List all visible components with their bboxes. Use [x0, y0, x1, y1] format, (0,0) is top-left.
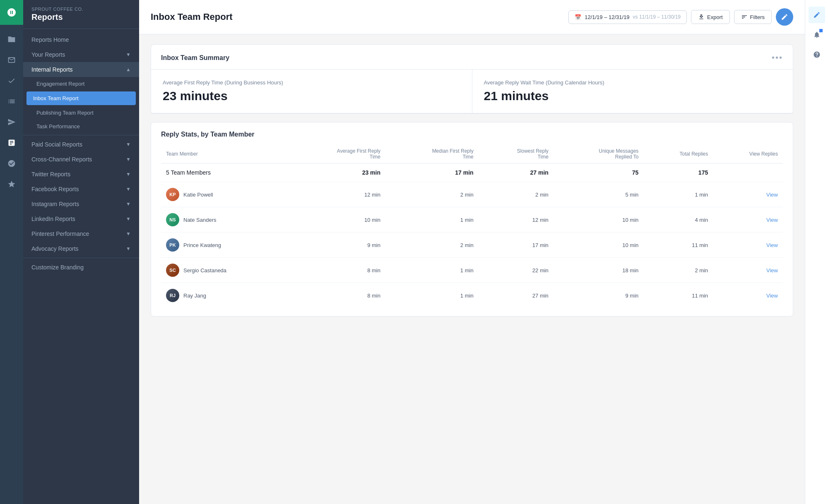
- nav-inbox-team-report[interactable]: Inbox Team Report: [26, 91, 136, 105]
- nav-icon-folder[interactable]: [0, 29, 23, 50]
- summary-view-replies: [713, 163, 783, 182]
- col-unique-messages: Unique MessagesReplied To: [554, 145, 643, 163]
- median-first-reply-cell: 2 min: [385, 182, 479, 207]
- nav-twitter-label: Twitter Reports: [31, 171, 70, 178]
- nav-icon-inbox[interactable]: [0, 50, 23, 70]
- nav-engagement-label: Engagement Report: [36, 81, 84, 87]
- view-replies-link[interactable]: View: [766, 242, 778, 248]
- sidebar-nav: Reports Home Your Reports ▼ Internal Rep…: [23, 29, 139, 504]
- nav-twitter[interactable]: Twitter Reports ▼: [23, 167, 139, 182]
- median-first-reply-cell: 2 min: [385, 233, 479, 258]
- nav-advocacy[interactable]: Advocacy Reports ▼: [23, 241, 139, 256]
- view-replies-link[interactable]: View: [766, 293, 778, 299]
- col-total-replies: Total Replies: [643, 145, 713, 163]
- sidebar-header: Sprout Coffee Co. Reports: [23, 0, 139, 29]
- total-replies-cell: 1 min: [643, 182, 713, 207]
- nav-your-reports-label: Your Reports: [31, 51, 65, 58]
- stat-first-reply: Average First Reply Time (During Busines…: [151, 70, 472, 113]
- reply-stats-table: Team Member Average First ReplyTime Medi…: [161, 145, 783, 308]
- nav-facebook-label: Facebook Reports: [31, 186, 79, 192]
- nav-engagement-report[interactable]: Engagement Report: [23, 77, 139, 91]
- export-icon: [698, 14, 705, 20]
- app-logo[interactable]: [0, 0, 23, 25]
- nav-icon-list[interactable]: [0, 91, 23, 112]
- stat-first-reply-value: 23 minutes: [163, 89, 460, 103]
- slowest-reply-cell: 2 min: [479, 182, 554, 207]
- chevron-down-icon-fb: ▼: [126, 186, 131, 192]
- member-name: Prince Kwateng: [183, 242, 221, 248]
- nav-linkedin[interactable]: LinkedIn Reports ▼: [23, 211, 139, 226]
- nav-task-performance[interactable]: Task Performance: [23, 120, 139, 133]
- view-link-cell[interactable]: View: [713, 258, 783, 283]
- view-replies-link[interactable]: View: [766, 217, 778, 223]
- export-button[interactable]: Export: [691, 10, 730, 24]
- view-link-cell[interactable]: View: [713, 182, 783, 207]
- nav-icon-reports[interactable]: [0, 132, 23, 153]
- nav-instagram-label: Instagram Reports: [31, 201, 79, 207]
- total-replies-cell: 11 min: [643, 233, 713, 258]
- member-cell: KP Katie Powell: [161, 182, 289, 207]
- nav-pinterest[interactable]: Pinterest Performance ▼: [23, 226, 139, 241]
- nav-icon-people[interactable]: [0, 153, 23, 174]
- median-first-reply-cell: 1 min: [385, 207, 479, 233]
- date-range-button[interactable]: 📅 12/1/19 – 12/31/19 vs 11/1/19 – 11/30/…: [568, 10, 687, 24]
- summary-median-first-reply: 17 min: [385, 163, 479, 182]
- view-link-cell[interactable]: View: [713, 283, 783, 308]
- total-replies-cell: 11 min: [643, 283, 713, 308]
- chevron-down-icon-pin: ▼: [126, 231, 131, 237]
- nav-cross-channel[interactable]: Cross-Channel Reports ▼: [23, 152, 139, 167]
- table-section: Reply Stats, by Team Member Team Member …: [151, 122, 793, 316]
- nav-paid-social[interactable]: Paid Social Reports ▼: [23, 137, 139, 152]
- nav-internal-reports[interactable]: Internal Reports ▲: [23, 62, 139, 77]
- stat-wait-time-label: Average Reply Wait Time (During Calendar…: [484, 79, 782, 86]
- slowest-reply-cell: 27 min: [479, 283, 554, 308]
- nav-icon-send[interactable]: [0, 112, 23, 132]
- view-replies-link[interactable]: View: [766, 267, 778, 274]
- export-label: Export: [707, 14, 723, 20]
- view-replies-link[interactable]: View: [766, 192, 778, 198]
- nav-internal-reports-label: Internal Reports: [31, 66, 73, 73]
- chevron-down-icon-ig: ▼: [126, 201, 131, 207]
- divider: [23, 135, 139, 135]
- summary-avg-first-reply: 23 min: [289, 163, 385, 182]
- chevron-down-icon: ▼: [126, 52, 131, 58]
- unique-messages-cell: 9 min: [554, 283, 643, 308]
- card-menu-button[interactable]: •••: [772, 53, 783, 62]
- nav-your-reports[interactable]: Your Reports ▼: [23, 47, 139, 62]
- nav-pinterest-label: Pinterest Performance: [31, 230, 89, 237]
- chevron-down-icon-paid: ▼: [126, 142, 131, 147]
- nav-icon-star[interactable]: [0, 174, 23, 194]
- right-bar-notification-icon[interactable]: [809, 26, 825, 43]
- view-link-cell[interactable]: View: [713, 207, 783, 233]
- nav-customize-branding[interactable]: Customize Branding: [23, 260, 139, 275]
- filters-button[interactable]: Filters: [734, 10, 772, 24]
- member-cell: RJ Ray Jang: [161, 283, 289, 308]
- nav-paid-social-label: Paid Social Reports: [31, 141, 82, 148]
- app-icon-bar: [0, 0, 23, 504]
- nav-facebook[interactable]: Facebook Reports ▼: [23, 182, 139, 197]
- avg-first-reply-cell: 10 min: [289, 207, 385, 233]
- calendar-icon: 📅: [575, 14, 581, 20]
- compose-button[interactable]: [776, 8, 793, 26]
- slowest-reply-cell: 17 min: [479, 233, 554, 258]
- chevron-down-icon-li: ▼: [126, 216, 131, 222]
- nav-reports-home[interactable]: Reports Home: [23, 32, 139, 47]
- nav-publishing-team-report[interactable]: Publishing Team Report: [23, 106, 139, 120]
- table-title: Reply Stats, by Team Member: [161, 131, 783, 138]
- table-header-row: Team Member Average First ReplyTime Medi…: [161, 145, 783, 163]
- right-bar-help-icon[interactable]: [809, 46, 825, 63]
- nav-instagram[interactable]: Instagram Reports ▼: [23, 197, 139, 211]
- nav-icon-tasks[interactable]: [0, 70, 23, 91]
- summary-member-count: 5 Team Members: [161, 163, 289, 182]
- stat-first-reply-label: Average First Reply Time (During Busines…: [163, 79, 460, 86]
- view-link-cell[interactable]: View: [713, 233, 783, 258]
- nav-inbox-team-label: Inbox Team Report: [33, 95, 79, 101]
- nav-reports-home-label: Reports Home: [31, 36, 69, 43]
- section-title: Reports: [31, 12, 131, 22]
- compose-icon: [781, 13, 788, 21]
- unique-messages-cell: 18 min: [554, 258, 643, 283]
- member-name: Sergio Castaneda: [183, 267, 226, 274]
- median-first-reply-cell: 1 min: [385, 283, 479, 308]
- nav-task-label: Task Performance: [36, 123, 80, 130]
- right-bar-edit-icon[interactable]: [809, 7, 825, 23]
